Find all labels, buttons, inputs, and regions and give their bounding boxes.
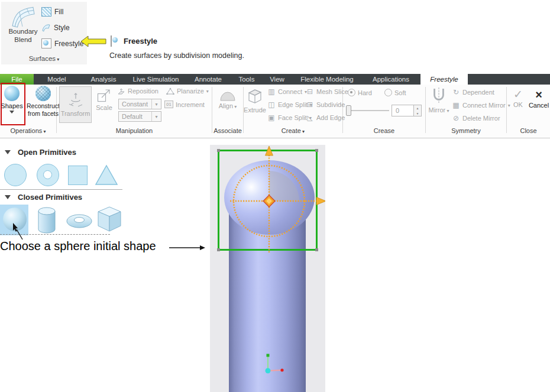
- transform-icon: [67, 92, 85, 109]
- tab-view[interactable]: View: [261, 74, 293, 85]
- creo-freestyle-window: Boundary Blend Fill Style Freestyle Surf…: [0, 0, 550, 392]
- right-arrow-icon: [169, 244, 206, 251]
- mesh-slice-icon: ⊟: [306, 88, 314, 95]
- delete-mirror-label: Delete Mirror: [462, 115, 500, 122]
- reposition-button[interactable]: Reposition: [117, 88, 158, 95]
- crease-group-label: Crease: [343, 127, 425, 134]
- right-arrow-handle[interactable]: [316, 197, 325, 205]
- spinner-down-icon[interactable]: ▼: [414, 111, 421, 116]
- crease-value-input[interactable]: [392, 105, 414, 116]
- ok-button[interactable]: ✓ OK: [510, 89, 526, 108]
- mirror-icon: [431, 86, 447, 105]
- open-primitive-square[interactable]: [68, 166, 88, 185]
- connect-mirror-button[interactable]: ▦ Connect Mirror: [452, 102, 510, 109]
- reconstruct-label-line2: from facets: [27, 110, 60, 118]
- operations-group-label[interactable]: Operations: [0, 127, 56, 134]
- cancel-button[interactable]: × Cancel: [528, 89, 549, 109]
- fill-icon: [41, 7, 51, 17]
- closed-primitive-cylinder[interactable]: [37, 206, 57, 234]
- extrude-button[interactable]: Extrude: [244, 88, 266, 114]
- tab-analysis[interactable]: Analysis: [80, 74, 127, 85]
- transform-button[interactable]: Transform: [59, 86, 92, 123]
- tab-applications[interactable]: Applications: [361, 74, 420, 85]
- subdivide-button[interactable]: ⊞ Subdivide: [306, 101, 345, 108]
- crease-slider-track[interactable]: [348, 110, 389, 111]
- tab-annotate[interactable]: Annotate: [185, 74, 232, 85]
- open-primitive-triangle[interactable]: [95, 164, 118, 186]
- collapse-triangle-icon[interactable]: [5, 195, 11, 199]
- tab-freestyle[interactable]: Freestyle: [420, 74, 468, 85]
- cancel-x-icon: ×: [535, 89, 542, 101]
- default-dropdown[interactable]: Default ▾: [118, 111, 161, 122]
- closed-primitive-torus[interactable]: [65, 213, 93, 229]
- open-primitive-circle[interactable]: [4, 164, 27, 186]
- constant-dropdown-value: Constant: [119, 101, 151, 108]
- style-icon: [41, 23, 51, 32]
- origin-point: [266, 368, 271, 374]
- add-edge-label: Add Edge: [316, 114, 345, 121]
- constant-dropdown[interactable]: Constant ▾: [118, 99, 161, 109]
- planarize-label: Planarize: [177, 88, 204, 95]
- edge-split-label: Edge Split: [278, 101, 308, 108]
- ribbon-tab-bar: File Model Analysis Live Simulation Anno…: [0, 74, 550, 85]
- connect-button[interactable]: ▥ Connect: [267, 88, 307, 95]
- open-primitive-ring[interactable]: [37, 164, 59, 186]
- default-dropdown-caret-icon[interactable]: ▾: [151, 112, 161, 121]
- shapes-highlight-box: [1, 83, 25, 125]
- fill-button[interactable]: Fill: [41, 7, 63, 17]
- edge-split-icon: ◫: [267, 101, 276, 108]
- dependent-button[interactable]: ↻ Dependent: [452, 89, 494, 96]
- delete-mirror-button[interactable]: ⊘ Delete Mirror: [452, 115, 500, 122]
- crease-spinner[interactable]: ▲ ▼: [414, 105, 422, 116]
- constant-dropdown-caret-icon[interactable]: ▾: [151, 99, 161, 109]
- crease-hard-label: Hard: [358, 89, 372, 96]
- style-button[interactable]: Style: [41, 23, 70, 32]
- tab-flexible-modeling[interactable]: Flexible Modeling: [293, 74, 361, 85]
- yellow-left-block-arrow-icon: [80, 35, 106, 47]
- closed-primitives-header[interactable]: Closed Primitives: [5, 193, 82, 202]
- collapse-triangle-icon[interactable]: [5, 150, 11, 154]
- surfaces-group-label[interactable]: Surfaces: [1, 55, 87, 62]
- connect-label: Connect: [278, 88, 302, 95]
- symmetry-group-label: Symmetry: [426, 127, 506, 134]
- extrude-icon: [246, 88, 264, 105]
- reposition-icon: [117, 88, 125, 95]
- add-edge-button[interactable]: ◺ Add Edge: [306, 114, 345, 121]
- open-primitives-header[interactable]: Open Primitives: [5, 148, 76, 157]
- face-split-button[interactable]: ▣ Face Split: [267, 114, 312, 121]
- increment-button[interactable]: 01 Increment: [164, 101, 205, 108]
- tab-tools[interactable]: Tools: [232, 74, 261, 85]
- dependent-icon: ↻: [452, 89, 460, 96]
- align-button[interactable]: Align: [215, 88, 240, 109]
- freestyle-tooltip-icon: [111, 35, 112, 47]
- mesh-slice-button[interactable]: ⊟ Mesh Slice: [306, 88, 348, 95]
- crease-slider-handle[interactable]: [346, 105, 351, 116]
- boundary-blend-button[interactable]: Boundary Blend: [6, 5, 40, 44]
- crease-hard-radio[interactable]: Hard: [348, 89, 372, 96]
- ok-check-icon: ✓: [513, 89, 523, 100]
- surfaces-flyout-panel: Boundary Blend Fill Style Freestyle Surf…: [1, 2, 87, 64]
- subdivide-icon: ⊞: [306, 101, 314, 108]
- crease-soft-radio[interactable]: Soft: [384, 89, 406, 96]
- reconstruct-from-facets-button[interactable]: Reconstruct from facets: [25, 86, 62, 117]
- planarize-button[interactable]: Planarize: [166, 88, 209, 95]
- closed-primitive-cube[interactable]: [97, 206, 122, 232]
- associate-group-label: Associate: [212, 127, 243, 134]
- freestyle-button[interactable]: Freestyle: [41, 38, 83, 48]
- transform-label: Transform: [61, 110, 90, 117]
- create-group-label[interactable]: Create: [244, 127, 342, 134]
- manipulator-overlay[interactable]: [210, 145, 325, 392]
- graphics-viewport[interactable]: [210, 145, 325, 392]
- mirror-label: Mirror: [429, 106, 449, 114]
- mirror-button[interactable]: Mirror: [428, 86, 449, 114]
- tab-model[interactable]: Model: [34, 74, 80, 85]
- freestyle-icon: [41, 38, 51, 48]
- y-axis-tip: [267, 354, 270, 357]
- add-edge-icon: ◺: [306, 114, 314, 121]
- up-arrow-handle[interactable]: [266, 146, 273, 155]
- scale-button[interactable]: Scale: [93, 88, 115, 111]
- spinner-up-icon[interactable]: ▲: [414, 105, 421, 111]
- coordinate-triad: [266, 354, 284, 374]
- tab-live-simulation[interactable]: Live Simulation: [127, 74, 185, 85]
- default-dropdown-value: Default: [119, 113, 151, 120]
